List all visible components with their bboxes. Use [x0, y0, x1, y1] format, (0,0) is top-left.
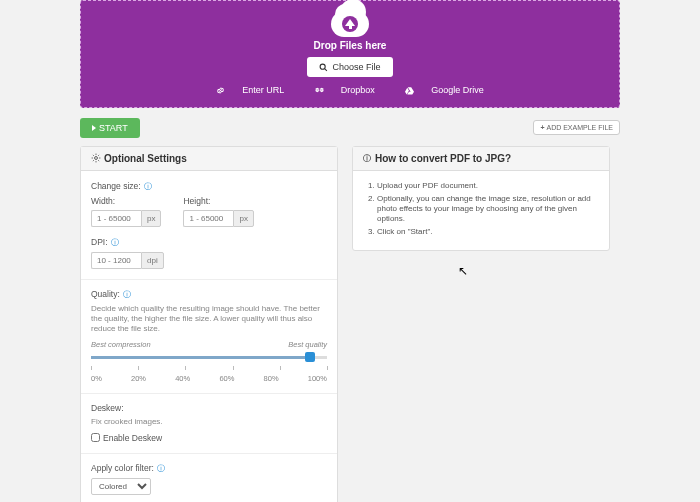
height-input[interactable]	[183, 210, 233, 227]
plus-icon: +	[540, 124, 544, 131]
gear-icon	[91, 153, 100, 163]
info-icon[interactable]: ⓘ	[157, 463, 165, 474]
google-drive-link[interactable]: Google Drive	[398, 85, 491, 95]
quality-label: Quality:	[91, 289, 120, 299]
play-icon	[92, 125, 96, 131]
dpi-input[interactable]	[91, 252, 141, 269]
dropzone[interactable]: Drop Files here Choose File Enter URL Dr…	[80, 0, 620, 108]
change-size-label: Change size:	[91, 181, 141, 191]
color-filter-label: Apply color filter:	[91, 463, 154, 473]
width-label: Width:	[91, 196, 115, 206]
howto-steps: Upload your PDF document. Optionally, yo…	[363, 181, 599, 237]
dropzone-links: Enter URL Dropbox Google Drive	[81, 85, 619, 97]
choose-file-button[interactable]: Choose File	[307, 57, 392, 77]
dropbox-icon	[315, 86, 324, 95]
optional-settings-panel: Optional Settings Change size:ⓘ Width: p…	[80, 146, 338, 503]
link-icon	[216, 86, 225, 95]
dpi-label: DPI:	[91, 237, 108, 247]
add-example-file-button[interactable]: + ADD EXAMPLE FILE	[533, 120, 620, 135]
howto-panel: ⓘ How to convert PDF to JPG? Upload your…	[352, 146, 610, 251]
choose-file-label: Choose File	[332, 62, 380, 72]
width-input[interactable]	[91, 210, 141, 227]
svg-point-2	[95, 157, 98, 160]
enable-deskew-checkbox[interactable]	[91, 433, 100, 442]
quality-slider-min-label: Best compression	[91, 340, 151, 349]
dropbox-link[interactable]: Dropbox	[308, 85, 382, 95]
dropzone-title: Drop Files here	[81, 40, 619, 51]
height-label: Height:	[183, 196, 210, 206]
search-icon	[319, 63, 328, 72]
quality-help: Decide which quality the resulting image…	[91, 304, 327, 334]
info-icon[interactable]: ⓘ	[123, 289, 131, 300]
start-button-top[interactable]: START	[80, 118, 140, 138]
dpi-unit: dpi	[141, 252, 164, 269]
svg-line-1	[325, 68, 327, 70]
info-icon[interactable]: ⓘ	[144, 181, 152, 192]
info-icon: ⓘ	[363, 153, 371, 164]
enter-url-link[interactable]: Enter URL	[209, 85, 291, 95]
height-unit: px	[233, 210, 253, 227]
quality-slider[interactable]	[91, 352, 327, 362]
google-drive-icon	[405, 86, 414, 95]
list-item: Optionally, you can change the image siz…	[377, 194, 599, 224]
color-filter-select[interactable]: Colored	[91, 478, 151, 495]
deskew-checkbox-row[interactable]: Enable Deskew	[91, 433, 327, 443]
quality-slider-max-label: Best quality	[288, 340, 327, 349]
optional-settings-title: Optional Settings	[104, 153, 187, 164]
howto-title: How to convert PDF to JPG?	[375, 153, 511, 164]
info-icon[interactable]: ⓘ	[111, 237, 119, 248]
list-item: Upload your PDF document.	[377, 181, 599, 191]
deskew-label: Deskew:	[91, 403, 124, 413]
width-unit: px	[141, 210, 161, 227]
cloud-upload-icon	[331, 11, 369, 37]
list-item: Click on "Start".	[377, 227, 599, 237]
svg-point-0	[321, 64, 326, 69]
deskew-help: Fix crooked images.	[91, 417, 327, 427]
